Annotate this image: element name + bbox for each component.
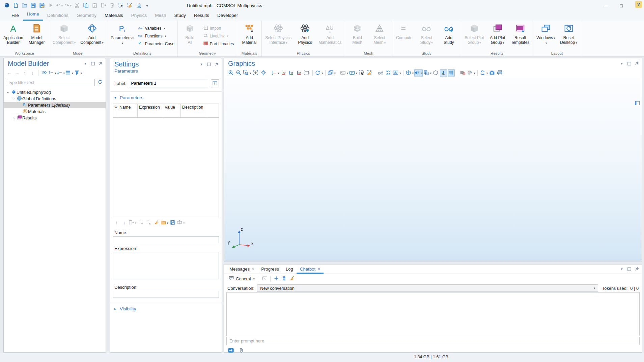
new-conversation-button[interactable]: [273, 275, 280, 283]
chat-category-select[interactable]: General▾: [227, 275, 257, 283]
zoom-in-button[interactable]: [227, 69, 234, 77]
console-tab-log[interactable]: Log: [282, 264, 297, 274]
collapse-panel-button[interactable]: ▾: [199, 61, 204, 67]
clear-table-button[interactable]: [153, 219, 160, 227]
tree-filter-input[interactable]: [6, 79, 95, 86]
reset-desktop-button[interactable]: ResetDesktop▾: [558, 21, 580, 51]
collapse-panel-button[interactable]: ▾: [83, 61, 88, 66]
expression-input[interactable]: [113, 252, 219, 279]
add-component-button[interactable]: AddComponent▾: [78, 21, 106, 51]
snapshot-button[interactable]: [488, 69, 496, 77]
show-button[interactable]: [40, 69, 48, 77]
tree-item-untitled-mph[interactable]: ›Untitled.mph (root): [4, 89, 106, 95]
ribbon-tab-materials[interactable]: Materials: [101, 11, 127, 21]
color-palette-button[interactable]: ▾: [467, 69, 475, 77]
float-panel-button[interactable]: [90, 61, 95, 66]
part-libraries-button[interactable]: Part Libraries: [203, 40, 234, 47]
expander-expanded-icon[interactable]: ›: [6, 90, 10, 94]
graphics-canvas[interactable]: z y x: [224, 78, 642, 261]
parameters-table-body[interactable]: [113, 118, 219, 218]
description-input[interactable]: [113, 291, 219, 298]
tree-item-parameters-1[interactable]: PiParameters 1 {default}: [4, 102, 106, 108]
update-button[interactable]: ▾: [480, 69, 488, 77]
add-study-button[interactable]: AddStudy: [438, 21, 460, 51]
parameters-section-header[interactable]: ▾ Parameters: [110, 92, 222, 102]
label-input[interactable]: [129, 80, 208, 87]
collapse-panel-button[interactable]: ▾: [619, 266, 624, 272]
clear-selection-button[interactable]: [125, 1, 134, 10]
zoom-out-button[interactable]: [235, 69, 242, 77]
filter-button[interactable]: ▾: [74, 69, 82, 77]
pin-panel-button[interactable]: [634, 61, 639, 66]
zoom-selected-button[interactable]: [260, 69, 267, 77]
select-box-button[interactable]: [358, 69, 365, 77]
pin-panel-button[interactable]: [214, 61, 219, 67]
expander-expanded-icon[interactable]: ›: [11, 97, 16, 101]
visibility-section-header[interactable]: ▸ Visibility: [110, 304, 222, 313]
default-view-button[interactable]: ▾: [271, 69, 280, 77]
scene-light-button[interactable]: ▾: [328, 69, 336, 77]
copy-button[interactable]: [82, 1, 90, 10]
print-button[interactable]: [496, 69, 503, 77]
console-tab-chatbot[interactable]: Chatbot×: [297, 264, 324, 274]
hide-objects-button[interactable]: [377, 69, 384, 77]
view-xy-button[interactable]: xy: [280, 69, 287, 77]
find-button[interactable]: [134, 1, 142, 10]
image-export-button[interactable]: ▾: [340, 69, 348, 77]
wireframe-button[interactable]: ▾: [405, 69, 414, 77]
close-tab-icon[interactable]: ×: [318, 267, 320, 272]
ribbon-tab-developer[interactable]: Developer: [213, 11, 242, 21]
open-button[interactable]: [20, 1, 28, 10]
save-button[interactable]: [29, 1, 37, 10]
parameters-button[interactable]: PiParameters▾▾: [108, 21, 136, 51]
pin-panel-button[interactable]: [634, 266, 639, 272]
view-unhidden-button[interactable]: ▾: [393, 69, 401, 77]
collapse-panel-button[interactable]: ▾: [619, 61, 624, 66]
rotate-button[interactable]: ▾: [315, 69, 323, 77]
view-yz-button[interactable]: yz: [288, 69, 295, 77]
ribbon-tab-study[interactable]: Study: [170, 11, 190, 21]
variables-button[interactable]: a=Variables▾: [138, 25, 174, 31]
sound-button[interactable]: ▾: [414, 69, 423, 77]
collapse-all-button[interactable]: ▾: [57, 69, 65, 77]
close-tab-icon[interactable]: ×: [252, 267, 254, 272]
expander-collapsed-icon[interactable]: ›: [11, 116, 16, 120]
help-button[interactable]: ?: [635, 1, 642, 8]
tree-item-results[interactable]: ›Results: [4, 115, 106, 121]
result-templates-button[interactable]: ResultTemplates: [509, 21, 532, 51]
show-grid-button[interactable]: [448, 69, 455, 77]
model-tree-nodes-button[interactable]: ▾: [65, 69, 74, 77]
clear-selection-button[interactable]: [366, 69, 373, 77]
docked-window-icon[interactable]: [635, 101, 640, 107]
transparency-button[interactable]: ▾: [423, 69, 432, 77]
tree-item-materials[interactable]: Materials: [4, 108, 106, 115]
select-box-button[interactable]: [117, 1, 125, 10]
minimize-button[interactable]: ─: [598, 0, 614, 11]
windows-button[interactable]: Windows▾▾: [534, 21, 557, 51]
parameter-case-button[interactable]: PiParameter Case: [138, 40, 174, 47]
show-axis-button[interactable]: [440, 69, 447, 77]
model-manager-button[interactable]: ModelManager: [26, 21, 48, 51]
reset-hiding-button[interactable]: [385, 69, 392, 77]
console-tab-progress[interactable]: Progress: [258, 264, 282, 274]
save-as-button[interactable]: [38, 1, 46, 10]
hide-color-button[interactable]: [459, 69, 466, 77]
ribbon-tab-results[interactable]: Results: [190, 11, 213, 21]
add-plot-group-button[interactable]: Add PlotGroup▾: [486, 21, 509, 51]
ribbon-tab-home[interactable]: Home: [23, 10, 43, 21]
orthographic-button[interactable]: [303, 69, 310, 77]
pin-panel-button[interactable]: [97, 61, 103, 66]
expand-all-button[interactable]: ▾: [48, 69, 56, 77]
chat-prompt-input[interactable]: [226, 337, 640, 345]
name-input[interactable]: [113, 236, 219, 243]
new-file-button[interactable]: [11, 1, 20, 10]
label-aux-button[interactable]: [211, 79, 219, 87]
zoom-box-button[interactable]: ▾: [243, 69, 251, 77]
load-from-file-button[interactable]: ▾: [161, 219, 169, 227]
zoom-extents-button[interactable]: [252, 69, 259, 77]
application-builder-button[interactable]: AApplicationBuilder: [1, 21, 26, 51]
clear-conversation-button[interactable]: [288, 275, 295, 283]
show-box-button[interactable]: [432, 69, 439, 77]
view-xz-button[interactable]: xz: [296, 69, 303, 77]
tree-item-global-definitions[interactable]: ›Global Definitions: [4, 95, 106, 102]
